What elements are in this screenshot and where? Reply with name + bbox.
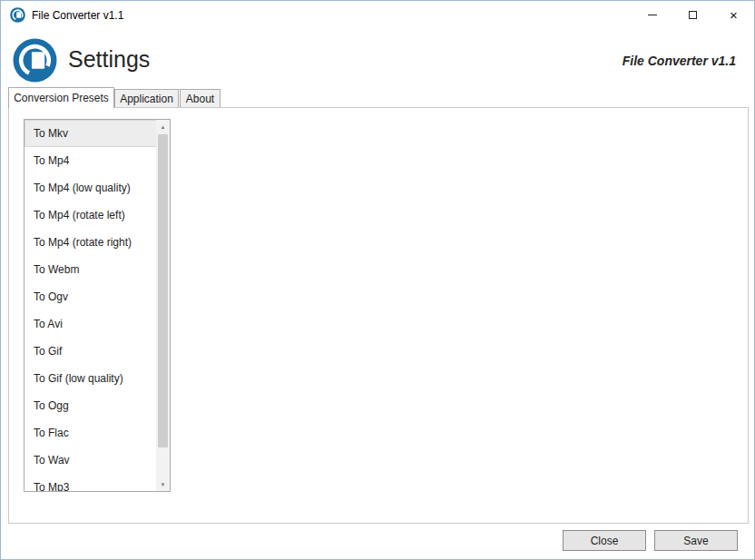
scrollbar-thumb[interactable] [158, 134, 168, 447]
preset-list-item[interactable]: To Flac [25, 419, 158, 447]
tab-label: About [186, 93, 214, 105]
preset-list-item[interactable]: To Gif (low quality) [25, 365, 158, 392]
preset-list-item[interactable]: To Mp4 (rotate left) [25, 201, 158, 229]
preset-list-item[interactable]: To Ogv [25, 283, 158, 310]
preset-list-scrollbar[interactable]: ▲ ▼ [156, 120, 170, 491]
close-button[interactable]: × [713, 1, 754, 29]
window-controls: × [632, 1, 754, 29]
app-window: File Converter v1.1 × Settings File Conv… [0, 0, 755, 560]
preset-list-item[interactable]: To Wav [25, 447, 158, 474]
minimize-icon [648, 15, 657, 15]
window-title: File Converter v1.1 [32, 9, 123, 22]
preset-list: To Mkv To Mp4 To Mp4 (low quality) To Mp… [24, 119, 171, 492]
titlebar: File Converter v1.1 × [1, 1, 754, 30]
scroll-up-icon[interactable]: ▲ [156, 120, 170, 133]
preset-list-item[interactable]: To Ogg [25, 392, 158, 419]
preset-list-item[interactable]: To Avi [25, 310, 158, 338]
preset-list-item[interactable]: To Mp4 (low quality) [25, 174, 158, 201]
app-icon [10, 7, 25, 23]
maximize-button[interactable] [672, 1, 713, 29]
close-dialog-button[interactable]: Close [563, 530, 646, 551]
save-button[interactable]: Save [654, 530, 738, 551]
maximize-icon [689, 11, 697, 19]
minimize-button[interactable] [632, 1, 672, 29]
tab-conversion-presets[interactable]: Conversion Presets [8, 87, 114, 108]
preset-list-item[interactable]: To Mkv [25, 120, 158, 147]
preset-list-item[interactable]: To Gif [25, 338, 158, 365]
close-icon: × [730, 8, 738, 22]
app-version-text: File Converter v1.1 [623, 54, 736, 68]
tab-application[interactable]: Application [114, 89, 179, 107]
tab-label: Application [120, 93, 173, 105]
preset-list-item[interactable]: To Mp4 (rotate right) [25, 229, 158, 256]
preset-list-item[interactable]: To Mp3 [25, 474, 158, 492]
page-title: Settings [68, 46, 150, 73]
preset-list-item[interactable]: To Webm [25, 256, 158, 283]
app-logo-icon [13, 38, 57, 83]
tab-about[interactable]: About [180, 89, 221, 107]
tab-label: Conversion Presets [14, 92, 109, 104]
preset-list-item[interactable]: To Mp4 [25, 147, 158, 174]
scroll-down-icon[interactable]: ▼ [156, 477, 170, 491]
